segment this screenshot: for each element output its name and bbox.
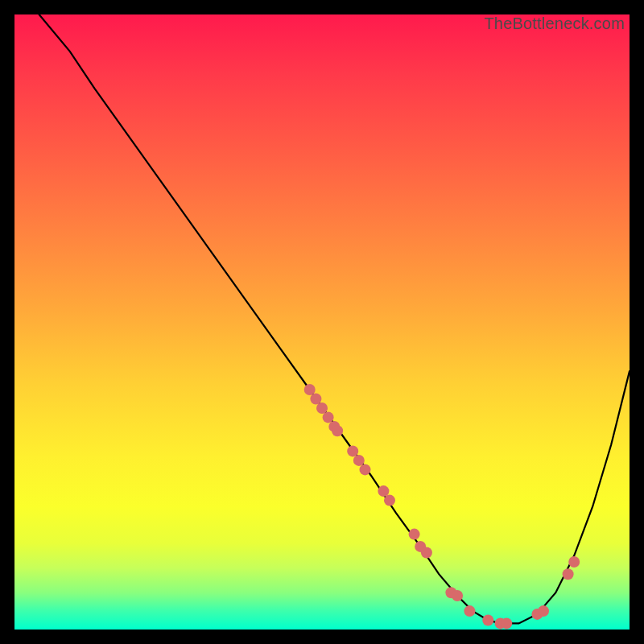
data-point: [316, 402, 328, 414]
data-point: [360, 464, 371, 475]
data-point: [378, 485, 389, 497]
data-point: [464, 605, 475, 617]
chart-canvas: TheBottleneck.com: [14, 14, 630, 630]
data-point: [332, 425, 343, 436]
data-point: [482, 615, 493, 626]
data-point: [347, 445, 358, 456]
data-point: [409, 529, 420, 540]
data-point: [501, 617, 512, 629]
data-point: [538, 605, 549, 617]
data-point: [568, 556, 580, 568]
data-point: [304, 384, 316, 395]
plot-svg: [14, 14, 630, 630]
watermark-text: TheBottleneck.com: [484, 14, 625, 33]
data-point: [421, 547, 432, 559]
data-point: [310, 394, 321, 405]
data-point: [353, 455, 365, 466]
data-point: [384, 495, 395, 506]
bottleneck-curve: [39, 14, 630, 623]
data-point: [323, 411, 334, 423]
data-point: [452, 590, 463, 601]
data-points-group: [304, 384, 580, 629]
data-point: [563, 568, 574, 580]
